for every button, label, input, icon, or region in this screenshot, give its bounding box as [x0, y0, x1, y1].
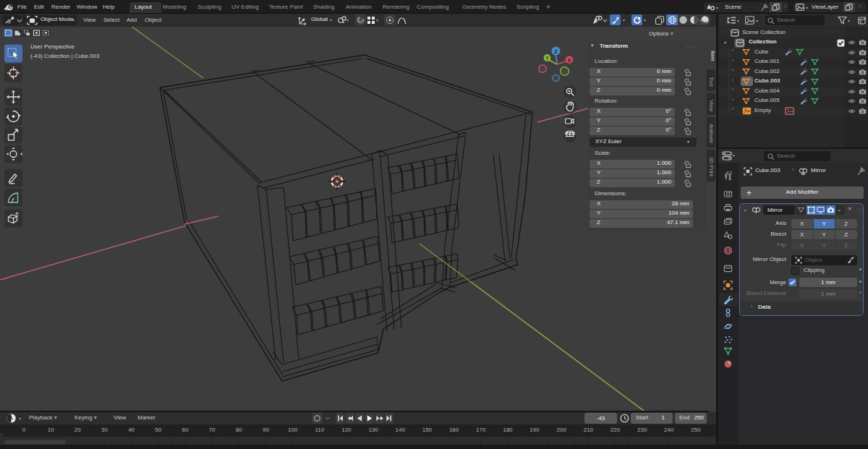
svg-text:Y: Y	[545, 56, 549, 61]
svg-text:Z: Z	[554, 49, 558, 54]
svg-text:X: X	[568, 58, 571, 63]
